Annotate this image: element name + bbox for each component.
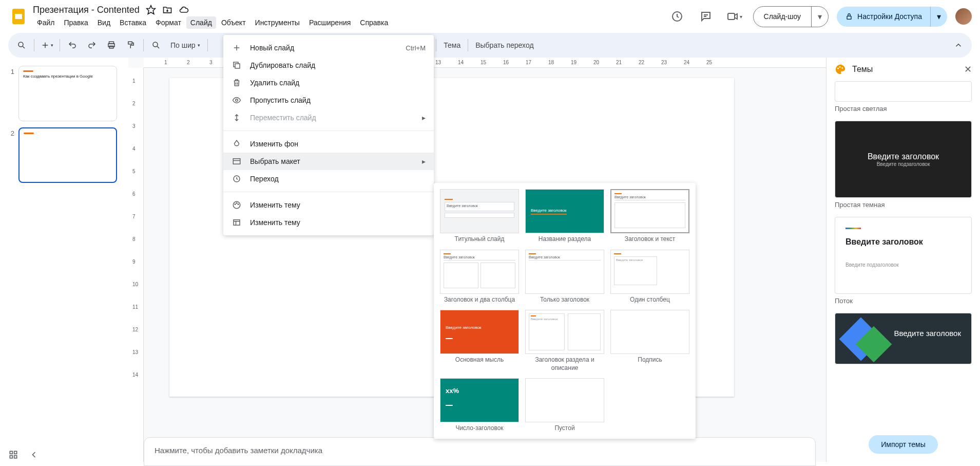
menubar-item[interactable]: Инструменты: [251, 16, 304, 29]
themes-title: Темы: [852, 65, 958, 74]
menu-item[interactable]: Пропустить слайд: [223, 91, 434, 109]
layout-option[interactable]: Введите заголовок Титульный слайд: [440, 189, 519, 244]
layout-option[interactable]: Введите заголовок Основная мысль: [440, 310, 519, 372]
menu-item[interactable]: Дублировать слайд: [223, 57, 434, 74]
cloud-status-icon[interactable]: [179, 5, 189, 15]
menu-item[interactable]: Переход: [223, 170, 434, 188]
zoom-tool[interactable]: [147, 36, 165, 54]
layout-label: Подпись: [638, 356, 662, 364]
history-icon[interactable]: [667, 6, 687, 27]
theme-preview[interactable]: Введите заголовокВведите подзаголовок: [835, 121, 972, 198]
layout-option[interactable]: Введите заголовок Один столбец: [610, 250, 689, 304]
layout-label: Название раздела: [539, 235, 591, 244]
theme-name: Поток: [835, 297, 972, 305]
layout-label: Заголовок и два столбца: [444, 296, 515, 304]
menubar-item[interactable]: Расширения: [305, 16, 355, 29]
collapse-toolbar[interactable]: [949, 36, 968, 54]
collapse-panel-icon[interactable]: [29, 450, 39, 460]
comments-icon[interactable]: [696, 6, 716, 27]
menu-item[interactable]: Изменить тему: [223, 214, 434, 231]
speaker-notes[interactable]: Нажмите, чтобы добавить заметки докладчи…: [144, 437, 816, 466]
svg-point-18: [837, 68, 839, 69]
layout-preview: Введите заголовок: [610, 189, 689, 233]
svg-rect-24: [14, 456, 17, 458]
menubar-item[interactable]: Объект: [217, 16, 250, 29]
header: Презентация - Contented ФайлПравкаВидВст…: [0, 0, 980, 33]
svg-rect-15: [128, 42, 132, 44]
share-dropdown[interactable]: ▾: [930, 7, 947, 27]
document-title[interactable]: Презентация - Contented: [33, 5, 140, 15]
layout-option[interactable]: Введите заголовок Заголовок и текст: [610, 189, 689, 244]
menu-item[interactable]: Изменить тему: [223, 196, 434, 214]
theme-dropdown[interactable]: Тема: [439, 36, 465, 54]
avatar[interactable]: [955, 8, 972, 25]
menubar-item[interactable]: Вид: [93, 16, 114, 29]
menubar-item[interactable]: Слайд: [186, 16, 216, 29]
menu-item: Переместить слайд ▸: [223, 109, 434, 126]
layout-icon: [232, 157, 242, 166]
layout-option[interactable]: Введите заголовок Заголовок и два столбц…: [440, 250, 519, 304]
slideshow-main[interactable]: Слайд-шоу: [754, 7, 812, 26]
menu-item[interactable]: Выбрать макет ▸: [223, 153, 434, 170]
theme-preview[interactable]: Введите заголовокВведите подзаголовок: [835, 217, 972, 294]
plus-icon: [232, 43, 242, 52]
layout-option[interactable]: xx% Число-заголовок: [440, 378, 519, 433]
eye-icon: [232, 96, 242, 105]
menu-item-label: Переместить слайд: [250, 114, 414, 122]
undo-tool[interactable]: [63, 36, 82, 54]
layout-option[interactable]: Введите заголовок Заголовок раздела и оп…: [525, 310, 604, 372]
share-main[interactable]: Настройки Доступа: [837, 7, 930, 26]
themes-panel: Темы ✕ Простая светлаяВведите заголовокВ…: [826, 58, 980, 462]
layout-option[interactable]: Пустой: [525, 378, 604, 433]
share-button: Настройки Доступа ▾: [837, 7, 947, 27]
slide-number: 2: [4, 127, 14, 183]
menu-shortcut: Ctrl+M: [406, 44, 426, 52]
slide-thumbnail[interactable]: [18, 127, 117, 183]
grid-view-icon[interactable]: [8, 450, 18, 460]
new-slide-tool[interactable]: ▾: [37, 36, 56, 54]
bottom-icons: [8, 450, 39, 460]
meet-icon[interactable]: ▾: [724, 6, 745, 27]
menubar-item[interactable]: Вставка: [116, 16, 150, 29]
redo-tool[interactable]: [83, 36, 101, 54]
layout-option[interactable]: Подпись: [610, 310, 689, 372]
layout-label: Только заголовок: [540, 296, 589, 304]
menubar-item[interactable]: Формат: [151, 16, 185, 29]
menubar-item[interactable]: Файл: [33, 16, 59, 29]
close-icon[interactable]: ✕: [964, 64, 972, 75]
theme-preview[interactable]: Введите заголовок: [835, 313, 972, 364]
layout-preview: Введите заголовок: [525, 310, 604, 354]
star-icon[interactable]: [146, 5, 156, 15]
slides-logo[interactable]: [8, 6, 29, 27]
layout-option[interactable]: Введите заголовок Название раздела: [525, 189, 604, 244]
layout-label: Один столбец: [630, 296, 670, 304]
menubar-item[interactable]: Правка: [60, 16, 92, 29]
svg-rect-1: [15, 14, 22, 19]
menu-item-label: Пропустить слайд: [250, 96, 426, 104]
svg-point-28: [236, 99, 238, 102]
paint-format-tool[interactable]: [122, 36, 140, 54]
theme-name: Простая темная: [835, 201, 972, 209]
menu-item[interactable]: Изменить фон: [223, 135, 434, 153]
menu-item[interactable]: Удалить слайд: [223, 74, 434, 91]
print-tool[interactable]: [102, 36, 121, 54]
slideshow-dropdown[interactable]: ▾: [811, 7, 828, 27]
menu-item[interactable]: Новый слайд Ctrl+M: [223, 39, 434, 57]
menu-item-label: Новый слайд: [250, 44, 397, 52]
transition-dropdown[interactable]: Выбрать переход: [471, 36, 537, 54]
layout-option[interactable]: Введите заголовок Только заголовок: [525, 250, 604, 304]
slide-thumbnail[interactable]: Как создавать презентации в Google: [18, 66, 117, 121]
import-theme-button[interactable]: Импорт темы: [869, 435, 938, 454]
zoom-level[interactable]: По шир▾: [166, 36, 204, 54]
slideshow-button: Слайд-шоу ▾: [753, 6, 829, 27]
menubar-item[interactable]: Справка: [356, 16, 392, 29]
menu-item-label: Выбрать макет: [250, 157, 414, 165]
title-area: Презентация - Contented ФайлПравкаВидВст…: [33, 5, 667, 29]
header-right: ▾ Слайд-шоу ▾ Настройки Доступа ▾: [667, 6, 972, 27]
search-tool[interactable]: [12, 36, 31, 54]
share-label: Настройки Доступа: [857, 12, 922, 21]
layout-preview: [525, 378, 604, 422]
theme-preview[interactable]: [835, 81, 972, 102]
svg-point-19: [839, 66, 841, 68]
move-folder-icon[interactable]: [162, 5, 172, 15]
